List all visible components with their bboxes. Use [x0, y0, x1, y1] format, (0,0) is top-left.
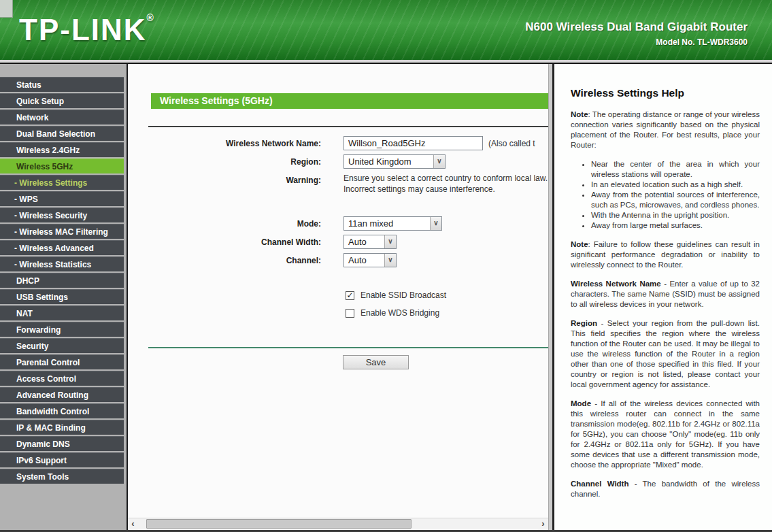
channel-width-label: Channel Width: [128, 235, 321, 249]
help-region: Region - Select your region from the pul… [571, 318, 760, 390]
sidebar-item-quick-setup[interactable]: Quick Setup [0, 93, 124, 108]
sidebar-item-wireless-24ghz[interactable]: Wireless 2.4GHz [0, 142, 124, 157]
ssid-broadcast-row: ✓ Enable SSID Broadcast [346, 290, 548, 300]
channel-width-select-value: Auto [344, 237, 367, 247]
scrollbar-thumb[interactable] [146, 519, 412, 529]
wireless-network-name-input[interactable] [343, 136, 483, 150]
channel-select[interactable]: Auto ∨ [343, 253, 397, 267]
channel-width-select[interactable]: Auto ∨ [343, 235, 397, 249]
horizontal-scrollbar[interactable]: ‹ › [128, 518, 548, 529]
sidebar-nav: Status Quick Setup Network Dual Band Sel… [0, 64, 127, 530]
help-note-2: Note: Failure to follow these guidelines… [571, 239, 760, 270]
help-note-2-term: Note [571, 240, 588, 248]
sidebar-item-system-tools[interactable]: System Tools [0, 469, 124, 484]
sidebar-item-advanced-routing[interactable]: Advanced Routing [0, 387, 124, 402]
sidebar-item-forwarding[interactable]: Forwarding [0, 322, 124, 337]
sidebar-item-dynamic-dns[interactable]: Dynamic DNS [0, 436, 124, 451]
help-channel-width-term: Channel Width [571, 480, 628, 488]
channel-select-value: Auto [344, 255, 367, 265]
sidebar-item-wireless-mac-filtering[interactable]: - Wireless MAC Filtering [0, 224, 124, 239]
sidebar-item-nat[interactable]: NAT [0, 305, 124, 320]
help-note-1-text: : The operating distance or range of you… [571, 110, 760, 149]
network-name-label: Wireless Network Name: [128, 136, 321, 150]
sidebar-item-bandwidth-control[interactable]: Bandwidth Control [0, 403, 124, 418]
model-number: Model No. TL-WDR3600 [525, 37, 748, 47]
region-row: Region: United Kingdom ∨ [128, 154, 548, 169]
mode-row: Mode: 11an mixed ∨ [128, 216, 548, 231]
ssid-broadcast-label: Enable SSID Broadcast [360, 290, 446, 300]
help-region-text: - Select your region from the pull-down … [571, 319, 760, 388]
region-select[interactable]: United Kingdom ∨ [343, 154, 446, 169]
region-select-value: United Kingdom [344, 156, 412, 167]
chevron-down-icon[interactable]: ∨ [384, 254, 396, 267]
sidebar-item-parental-control[interactable]: Parental Control [0, 354, 124, 369]
help-panel: Wireless Settings Help Note: The operati… [552, 64, 772, 530]
help-note-2-text: : Failure to follow these guidelines can… [571, 240, 760, 269]
sidebar-item-access-control[interactable]: Access Control [0, 371, 124, 386]
tp-link-logo: TP-LINK® [19, 12, 154, 47]
chevron-down-icon[interactable]: ∨ [384, 235, 396, 248]
sidebar-item-wireless-statistics[interactable]: - Wireless Statistics [0, 256, 124, 271]
list-item: With the Antenna in the upright position… [591, 210, 760, 220]
chevron-down-icon[interactable]: ∨ [433, 155, 445, 168]
sidebar-item-wireless-advanced[interactable]: - Wireless Advanced [0, 240, 124, 255]
sidebar-item-dual-band-selection[interactable]: Dual Band Selection [0, 126, 124, 141]
help-mode-term: Mode [571, 399, 591, 408]
sidebar-item-usb-settings[interactable]: USB Settings [0, 289, 124, 304]
help-region-term: Region [571, 319, 597, 327]
wds-bridging-label: Enable WDS Bridging [360, 308, 439, 318]
help-mode-text: - If all of the wireless devices connect… [571, 399, 760, 469]
check-icon: ✓ [346, 290, 353, 300]
enable-ssid-broadcast-checkbox[interactable]: ✓ [346, 291, 354, 300]
sidebar-item-wps[interactable]: - WPS [0, 191, 124, 206]
help-placement-list: Near the center of the area in which you… [591, 159, 760, 231]
main-content: Wireless Settings (5GHz) Wireless Networ… [127, 64, 548, 530]
region-label: Region: [128, 154, 321, 169]
sidebar-item-dhcp[interactable]: DHCP [0, 273, 124, 288]
wireless-settings-form: Wireless Network Name: (Also called t Re… [128, 136, 548, 369]
mode-select[interactable]: 11an mixed ∨ [343, 216, 442, 231]
sidebar-item-wireless-settings[interactable]: - Wireless Settings [0, 175, 124, 190]
help-channel-width: Channel Width - The bandwidth of the wir… [571, 479, 760, 499]
list-item: Away from the potential sources of inter… [591, 190, 760, 210]
header-corner-box [0, 0, 13, 18]
save-button[interactable]: Save [343, 355, 409, 369]
list-item: Near the center of the area in which you… [591, 159, 760, 180]
chevron-down-icon[interactable]: ∨ [430, 217, 441, 230]
logo-text: TP-LINK [19, 13, 147, 46]
sidebar-item-ip-mac-binding[interactable]: IP & MAC Binding [0, 420, 124, 435]
warning-row: Warning: Ensure you select a correct cou… [128, 173, 548, 195]
sidebar-item-network[interactable]: Network [0, 110, 124, 124]
help-note-1-term: Note [571, 110, 588, 118]
header-banner: TP-LINK® N600 Wireless Dual Band Gigabit… [0, 0, 772, 60]
help-network-name-term: Wireless Network Name [571, 280, 661, 288]
sidebar-item-security[interactable]: Security [0, 338, 124, 353]
network-name-row: Wireless Network Name: (Also called t [128, 136, 548, 150]
enable-wds-bridging-checkbox[interactable]: ✓ [346, 309, 354, 318]
wds-bridging-row: ✓ Enable WDS Bridging [346, 308, 548, 318]
channel-label: Channel: [128, 253, 321, 267]
sidebar-item-wireless-5ghz[interactable]: Wireless 5GHz [0, 159, 124, 173]
warning-text: Ensure you select a correct country to c… [343, 173, 548, 195]
warning-line-2: Incorrect settings may cause interferenc… [343, 184, 495, 194]
network-name-hint: (Also called t [488, 136, 535, 148]
warning-line-1: Ensure you select a correct country to c… [343, 173, 548, 183]
channel-row: Channel: Auto ∨ [128, 253, 548, 267]
list-item: Away from large metal surfaces. [591, 220, 760, 231]
sidebar-item-ipv6-support[interactable]: IPv6 Support [0, 452, 124, 467]
help-title: Wireless Settings Help [571, 87, 760, 99]
list-item: In an elevated location such as a high s… [591, 180, 760, 190]
sidebar-item-wireless-security[interactable]: - Wireless Security [0, 207, 124, 222]
bottom-divider [148, 347, 548, 348]
help-mode: Mode - If all of the wireless devices co… [571, 399, 760, 470]
channel-width-row: Channel Width: Auto ∨ [128, 235, 548, 249]
scroll-right-icon[interactable]: › [538, 518, 548, 530]
scroll-left-icon[interactable]: ‹ [128, 518, 138, 530]
help-network-name: Wireless Network Name - Enter a value of… [571, 279, 760, 310]
mode-select-value: 11an mixed [344, 218, 393, 229]
product-name: N600 Wireless Dual Band Gigabit Router [525, 20, 748, 34]
sidebar-item-status[interactable]: Status [0, 77, 124, 92]
page-title: Wireless Settings (5GHz) [151, 93, 548, 109]
registered-trademark-icon: ® [147, 12, 154, 23]
scrollbar-track[interactable] [138, 518, 538, 530]
